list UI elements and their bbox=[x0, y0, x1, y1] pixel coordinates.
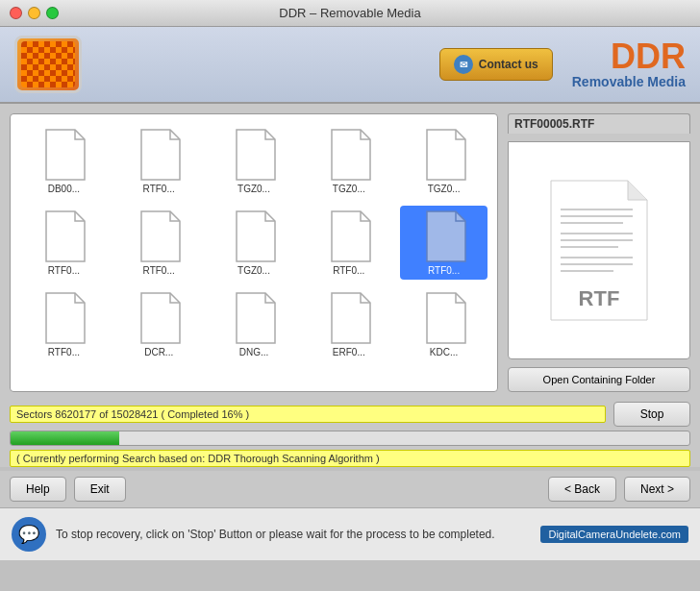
close-button[interactable] bbox=[10, 7, 22, 19]
brand-title: DDR bbox=[572, 39, 686, 74]
scanning-row: ( Currently performing Search based on: … bbox=[10, 450, 690, 467]
file-name: DCR... bbox=[144, 347, 173, 357]
logo-pattern bbox=[21, 41, 75, 87]
maximize-button[interactable] bbox=[46, 7, 59, 19]
file-name: TGZ0... bbox=[333, 184, 365, 194]
exit-button[interactable]: Exit bbox=[74, 477, 126, 502]
file-icon bbox=[231, 128, 277, 182]
footer-brand: DigitalCameraUndelete.com bbox=[540, 526, 688, 543]
file-name: RTF0... bbox=[428, 265, 460, 276]
file-name: ERF0... bbox=[333, 347, 365, 357]
list-item[interactable]: DCR... bbox=[115, 287, 203, 361]
file-icon bbox=[40, 128, 87, 182]
info-bar: 💬 To stop recovery, click on 'Stop' Butt… bbox=[0, 507, 700, 560]
progress-bar bbox=[10, 431, 690, 446]
brand-area: DDR Removable Media bbox=[572, 39, 686, 89]
file-name: RTF0... bbox=[48, 265, 80, 276]
sectors-status: Sectors 8620177 of 15028421 ( Completed … bbox=[10, 406, 606, 423]
file-name: TGZ0... bbox=[238, 184, 270, 194]
status-area: Sectors 8620177 of 15028421 ( Completed … bbox=[0, 402, 700, 467]
window-title: DDR – Removable Media bbox=[279, 6, 420, 20]
file-browser[interactable]: DB00... RTF0... TGZ0... bbox=[10, 113, 498, 392]
progress-fill bbox=[11, 431, 119, 445]
list-item[interactable]: DB00... bbox=[20, 124, 108, 198]
list-item[interactable]: TGZ0... bbox=[400, 124, 488, 198]
info-icon: 💬 bbox=[12, 517, 46, 552]
file-name: DB00... bbox=[48, 184, 80, 194]
brand-subtitle: Removable Media bbox=[572, 74, 686, 89]
list-item[interactable]: RTF0... bbox=[115, 124, 203, 198]
minimize-button[interactable] bbox=[28, 7, 40, 19]
file-icon bbox=[326, 291, 372, 345]
stop-button[interactable]: Stop bbox=[613, 402, 690, 427]
preview-label: RTF00005.RTF bbox=[508, 113, 690, 134]
list-item[interactable]: KDC... bbox=[400, 287, 488, 361]
list-item[interactable]: ERF0... bbox=[305, 287, 392, 361]
file-icon bbox=[231, 291, 277, 345]
file-grid: DB00... RTF0... TGZ0... bbox=[20, 124, 488, 361]
file-name: DNG... bbox=[239, 347, 269, 357]
list-item[interactable]: RTF0... bbox=[20, 287, 108, 361]
preview-document: RTF bbox=[541, 176, 657, 325]
scanning-status: ( Currently performing Search based on: … bbox=[10, 450, 690, 467]
file-name: TGZ0... bbox=[238, 265, 270, 276]
preview-panel: RTF00005.RTF RTF Open Containin bbox=[508, 113, 690, 392]
file-name: RTF0... bbox=[333, 265, 364, 276]
progress-row bbox=[10, 431, 690, 446]
file-name: RTF0... bbox=[143, 265, 175, 276]
list-item[interactable]: RTF0... bbox=[115, 206, 203, 280]
file-icon bbox=[40, 291, 87, 345]
list-item[interactable]: DNG... bbox=[211, 287, 298, 361]
info-message: To stop recovery, click on 'Stop' Button… bbox=[56, 528, 531, 541]
list-item[interactable]: TGZ0... bbox=[211, 206, 298, 280]
contact-icon: ✉ bbox=[454, 55, 473, 74]
window-controls bbox=[10, 7, 59, 19]
list-item[interactable]: TGZ0... bbox=[211, 124, 298, 198]
file-name: TGZ0... bbox=[428, 184, 461, 194]
file-icon bbox=[421, 209, 467, 263]
list-item[interactable]: TGZ0... bbox=[305, 124, 392, 198]
file-icon bbox=[326, 128, 372, 182]
bottom-navigation: Help Exit < Back Next > bbox=[0, 471, 700, 507]
file-icon bbox=[231, 209, 277, 263]
help-button[interactable]: Help bbox=[10, 477, 66, 502]
file-icon bbox=[421, 128, 467, 182]
contact-us-button[interactable]: ✉ Contact us bbox=[439, 48, 553, 81]
file-name: KDC... bbox=[430, 347, 458, 357]
next-button[interactable]: Next > bbox=[624, 477, 690, 502]
file-icon bbox=[421, 291, 467, 345]
app-logo bbox=[14, 36, 82, 93]
titlebar: DDR – Removable Media bbox=[0, 0, 700, 27]
list-item[interactable]: RTF0... bbox=[305, 206, 392, 280]
list-item[interactable]: RTF0... bbox=[20, 206, 108, 280]
file-name: RTF0... bbox=[48, 347, 80, 357]
status-row: Sectors 8620177 of 15028421 ( Completed … bbox=[10, 402, 690, 427]
file-icon bbox=[136, 291, 182, 345]
preview-box: RTF bbox=[508, 141, 690, 359]
app-header: ✉ Contact us DDR Removable Media bbox=[0, 27, 700, 104]
file-icon bbox=[136, 128, 182, 182]
file-name: RTF0... bbox=[143, 184, 175, 194]
svg-text:RTF: RTF bbox=[579, 286, 620, 310]
file-icon bbox=[136, 209, 182, 263]
file-icon bbox=[326, 209, 372, 263]
list-item-selected[interactable]: RTF0... bbox=[400, 206, 488, 280]
main-content: DB00... RTF0... TGZ0... bbox=[0, 104, 700, 402]
back-button[interactable]: < Back bbox=[548, 477, 616, 502]
file-icon bbox=[40, 209, 87, 263]
open-containing-folder-button[interactable]: Open Containing Folder bbox=[508, 367, 690, 392]
